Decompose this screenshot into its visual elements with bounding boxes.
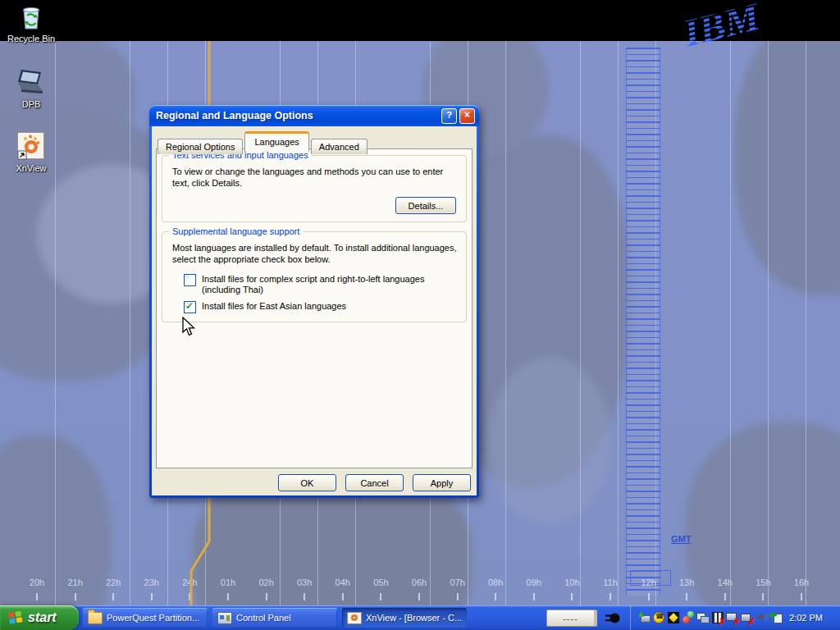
gmt-meridian-band — [626, 48, 660, 596]
group-supplemental-language: Supplemental language support Most langu… — [162, 231, 467, 322]
task-icon — [347, 612, 362, 624]
task-button[interactable]: XnView - [Browser - C... — [342, 608, 467, 628]
desktop-screen: GMT 20h21h22h23h24h01h02h03h04h05h06h07h… — [0, 0, 840, 630]
antivirus-icon[interactable] — [682, 611, 695, 624]
tz-label: 24h — [177, 578, 202, 587]
dialog-tabs: Regional OptionsLanguagesAdvanced — [158, 132, 369, 153]
desktop-icon-xnview[interactable]: XnView — [2, 131, 60, 173]
start-button[interactable]: start — [0, 605, 79, 630]
svg-text:IBM: IBM — [678, 0, 766, 55]
windows-flag-icon — [7, 610, 24, 625]
top-black-band: IBM — [0, 0, 840, 41]
laptop-icon — [2, 67, 60, 97]
cancel-button[interactable]: Cancel — [345, 474, 404, 491]
clock: 2:02 PM — [789, 613, 832, 623]
tz-label: 08h — [483, 578, 508, 587]
tab[interactable]: Regional Options — [158, 139, 243, 154]
tray-icon-list — [637, 611, 783, 624]
checkbox-label: Install files for complex script and rig… — [202, 274, 463, 295]
desktop-icon-label: DPB — [2, 99, 60, 109]
dialer-icon[interactable] — [652, 611, 665, 624]
checkbox-list: Install files for complex script and rig… — [172, 274, 463, 319]
scheduler-error-icon[interactable] — [711, 611, 724, 624]
tz-label: 22h — [101, 578, 126, 587]
task-button[interactable]: PowerQuest Partition... — [83, 608, 208, 628]
tz-label: 10h — [559, 578, 584, 587]
tz-label: 16h — [789, 578, 814, 587]
pcanywhere-icon[interactable] — [770, 611, 783, 624]
dialog-titlebar[interactable]: Regional and Language Options ? × — [149, 105, 479, 126]
taskbar: start PowerQuest Partition... Control Pa… — [0, 605, 840, 630]
xnview-icon — [2, 131, 60, 161]
audio-disconnected-icon[interactable] — [741, 611, 754, 624]
gmt-label: GMT — [671, 534, 691, 544]
desktop-icon-label: XnView — [2, 163, 60, 173]
volume-icon[interactable] — [756, 611, 769, 624]
close-button[interactable]: × — [459, 108, 475, 124]
task-button[interactable]: Control Panel — [212, 608, 337, 628]
recycle-bin-icon — [2, 2, 60, 31]
power-plug-icon[interactable] — [605, 612, 621, 624]
dialog-button-row: OK Cancel Apply — [278, 474, 471, 491]
tz-label: 03h — [292, 578, 317, 587]
language-bar[interactable]: ---- — [546, 609, 597, 627]
tz-label: 14h — [713, 578, 737, 587]
tz-label: 04h — [331, 578, 355, 587]
network-computers-icon[interactable] — [696, 611, 710, 624]
mouse-cursor — [182, 317, 197, 338]
tz-label: 01h — [216, 578, 240, 587]
tz-label: 23h — [139, 578, 164, 587]
tz-label: 20h — [25, 578, 49, 587]
dialog-title: Regional and Language Options — [149, 110, 441, 121]
start-label: start — [28, 610, 57, 625]
tz-label: 07h — [445, 578, 470, 587]
tz-label: 09h — [522, 578, 546, 587]
checkbox[interactable] — [184, 274, 196, 286]
tz-label: 11h — [598, 578, 623, 587]
tab[interactable]: Languages — [244, 131, 308, 152]
tz-label: 13h — [674, 578, 699, 587]
checkbox-row: Install files for complex script and rig… — [184, 274, 463, 295]
ok-button[interactable]: OK — [278, 474, 336, 491]
group-text-services: Text services and input languages To vie… — [162, 155, 467, 222]
tz-label: 15h — [751, 578, 775, 587]
system-tray: 2:02 PM — [630, 605, 840, 630]
tz-label: 02h — [254, 578, 279, 587]
taskbar-tasks: PowerQuest Partition... Control Panel Xn… — [83, 608, 467, 628]
task-icon — [217, 612, 232, 624]
group-body-text: Most languages are installed by default.… — [172, 243, 458, 265]
desktop-icon-recycle-bin[interactable]: Recycle Bin — [2, 2, 60, 43]
network-disconnected-icon[interactable] — [726, 611, 739, 624]
checkbox[interactable] — [184, 301, 196, 313]
task-icon — [88, 612, 103, 624]
norton-diamond-icon[interactable] — [667, 611, 680, 624]
group-title: Supplemental language support — [169, 226, 303, 236]
tz-label: 05h — [368, 578, 393, 587]
checkbox-row: Install files for East Asian languages — [184, 301, 463, 313]
details-button[interactable]: Details... — [395, 197, 456, 214]
languages-tab-page: Text services and input languages To vie… — [156, 148, 472, 468]
checkbox-label: Install files for East Asian languages — [202, 301, 346, 312]
tz-label: 21h — [63, 578, 88, 587]
group-body-text: To view or change the languages and meth… — [172, 167, 458, 189]
desktop-icon-label: Recycle Bin — [2, 34, 60, 43]
desktop-icon-dpb[interactable]: DPB — [2, 67, 60, 109]
apply-button[interactable]: Apply — [413, 474, 471, 491]
help-button[interactable]: ? — [441, 108, 457, 124]
tz-label: 12h — [637, 578, 661, 587]
safely-remove-hardware-icon[interactable] — [637, 611, 651, 624]
regional-language-options-dialog: Regional and Language Options ? × Region… — [149, 105, 479, 498]
tab[interactable]: Advanced — [311, 139, 368, 154]
tz-label: 06h — [407, 578, 431, 587]
